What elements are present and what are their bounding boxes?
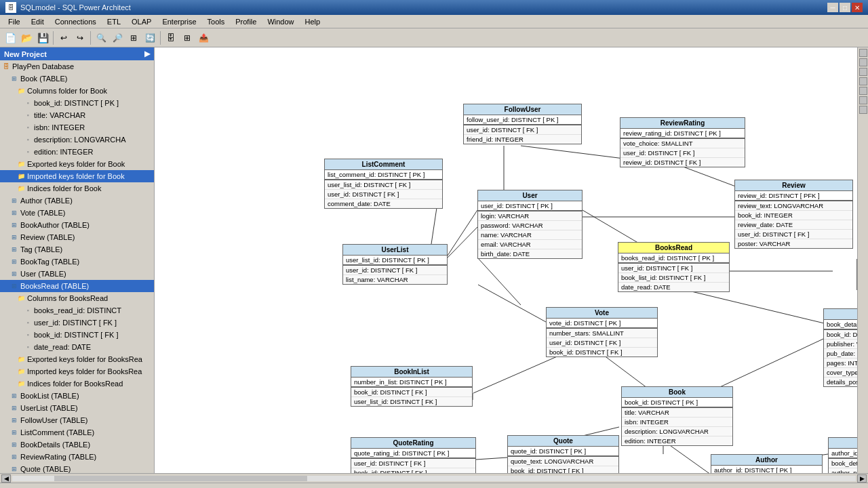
minimize-button[interactable]: ─	[827, 3, 838, 12]
new-button[interactable]: 📄	[3, 30, 18, 45]
sidebar-item-listcomment[interactable]: ⊞ListComment (TABLE)	[0, 426, 154, 439]
panel-btn-7[interactable]	[859, 106, 867, 114]
sidebar-item-book-isbn[interactable]: ▪isbn: INTEGER	[0, 121, 154, 134]
panel-btn-2[interactable]	[859, 58, 867, 66]
sidebar-item-br-booksread[interactable]: ▪books_read_id: DISTINCT	[0, 304, 154, 317]
sidebar-item-booklist[interactable]: ⊞BookList (TABLE)	[0, 390, 154, 402]
table-book[interactable]: Bookbook_id: DISTINCT [ PK ]title: VARCH…	[621, 386, 733, 446]
sidebar-item-booksread-cols[interactable]: 📁Columns for BooksRead	[0, 292, 154, 304]
sidebar-item-import-br[interactable]: 📁Imported keys folder for BooksRea	[0, 365, 154, 378]
table-row: user_id: DISTINCT [ FK ]	[547, 338, 657, 348]
sidebar-item-tag[interactable]: ⊞Tag (TABLE)	[0, 243, 154, 256]
table-author[interactable]: Authorauthor_id: DISTINCT [ PK ]last_nam…	[711, 454, 823, 473]
hscroll-track[interactable]	[12, 476, 856, 481]
table-bookinlist[interactable]: BookInListnumber_in_list: DISTINCT [ PK …	[351, 366, 473, 407]
menu-profile[interactable]: Profile	[230, 16, 262, 27]
tree-label-review: Review (TABLE)	[20, 233, 75, 241]
tree-icon-bookdetails: ⊞	[9, 440, 19, 449]
export-button[interactable]: 📤	[196, 30, 211, 45]
table-quoterating[interactable]: QuoteRatingquote_rating_id: DISTINCT [ P…	[351, 437, 476, 473]
hscroll-right[interactable]: ▶	[857, 474, 867, 483]
sidebar-item-followuser[interactable]: ⊞FollowUser (TABLE)	[0, 414, 154, 426]
menu-edit[interactable]: Edit	[26, 16, 50, 27]
table-booktag[interactable]: BookTagbook_id: DISTINCT [ PFK ]tag_id: …	[856, 259, 857, 290]
table-button[interactable]: ⊞	[180, 30, 195, 45]
tree-label-quote: Quote (TABLE)	[20, 465, 71, 473]
sidebar-item-book-desc[interactable]: ▪description: LONGVARCHA	[0, 134, 154, 146]
table-reviewrating[interactable]: ReviewRatingreview_rating_id: DISTINCT […	[620, 117, 745, 167]
sidebar-item-book-title[interactable]: ▪title: VARCHAR	[0, 109, 154, 121]
table-row: number_stars: SMALLINT	[547, 329, 657, 338]
panel-btn-4[interactable]	[859, 77, 867, 85]
sidebar-item-book-edition[interactable]: ▪edition: INTEGER	[0, 146, 154, 158]
sidebar-item-br-dateread[interactable]: ▪date_read: DATE	[0, 341, 154, 353]
sidebar-item-br-bookid[interactable]: ▪book_id: DISTINCT [ FK ]	[0, 329, 154, 341]
panel-btn-3[interactable]	[859, 68, 867, 76]
sidebar-arrow: ▶	[144, 49, 150, 58]
sidebar-item-userlist[interactable]: ⊞UserList (TABLE)	[0, 402, 154, 414]
tree-label-export-book: Exported keys folder for Book	[27, 160, 125, 168]
refresh-button[interactable]: 🔄	[142, 30, 157, 45]
menu-file[interactable]: File	[3, 16, 26, 27]
hscroll-thumb[interactable]	[54, 476, 307, 481]
zoom-out-button[interactable]: 🔎	[110, 30, 125, 45]
menu-connections[interactable]: Connections	[50, 16, 102, 27]
sidebar-item-export-br[interactable]: 📁Exported keys folder for BooksRea	[0, 353, 154, 365]
table-listcomment[interactable]: ListCommentlist_comment_id: DISTINCT [ P…	[324, 159, 443, 209]
sidebar-item-reviewrating[interactable]: ⊞ReviewRating (TABLE)	[0, 451, 154, 463]
table-row: books_read_id: DISTINCT [ PK ]	[618, 253, 729, 262]
menu-etl[interactable]: ETL	[102, 16, 126, 27]
sidebar-item-review[interactable]: ⊞Review (TABLE)	[0, 231, 154, 243]
sidebar-item-book-id[interactable]: ▪book_id: DISTINCT [ PK ]	[0, 97, 154, 109]
panel-btn-1[interactable]	[859, 49, 867, 57]
sidebar-item-import-book[interactable]: 📁Imported keys folder for Book	[0, 170, 154, 182]
panel-btn-5[interactable]	[859, 87, 867, 95]
sidebar-item-export-book[interactable]: 📁Exported keys folder for Book	[0, 158, 154, 170]
redo-button[interactable]: ↪	[73, 30, 87, 45]
table-row: user_id: DISTINCT [ FK ]	[620, 148, 745, 158]
table-vote[interactable]: Votevote_id: DISTINCT [ PK ]number_stars…	[546, 307, 658, 357]
sidebar-item-indices-book[interactable]: 📁Indices folder for Book	[0, 182, 154, 195]
close-button[interactable]: ✕	[852, 3, 863, 12]
menu-enterprise[interactable]: Enterprise	[157, 16, 201, 27]
sidebar-item-book-cols[interactable]: 📁Columns folder for Book	[0, 85, 154, 97]
undo-button[interactable]: ↩	[56, 30, 71, 45]
table-user[interactable]: Useruser_id: DISTINCT [ PK ]login: VARCH…	[477, 190, 583, 259]
diagram-canvas[interactable]: FollowUserfollow_user_id: DISTINCT [ PK …	[155, 47, 857, 473]
db-button[interactable]: 🗄	[163, 30, 178, 45]
hscroll-left[interactable]: ◀	[1, 474, 11, 483]
table-row: email: VARCHAR	[478, 240, 582, 249]
panel-btn-6[interactable]	[859, 96, 867, 104]
table-bookauthor[interactable]: BookAuthorauthor_id: DISTINCT [ PFK ]boo…	[828, 437, 857, 473]
sidebar-item-vote[interactable]: ⊞Vote (TABLE)	[0, 207, 154, 219]
sidebar-item-indices-br[interactable]: 📁Indices folder for BooksRead	[0, 378, 154, 390]
sidebar-item-author[interactable]: ⊞Author (TABLE)	[0, 195, 154, 207]
fit-button[interactable]: ⊞	[126, 30, 141, 45]
table-quote[interactable]: Quotequote_id: DISTINCT [ PK ]quote_text…	[507, 435, 619, 473]
table-followuser[interactable]: FollowUserfollow_user_id: DISTINCT [ PK …	[463, 104, 582, 144]
menu-tools[interactable]: Tools	[202, 16, 231, 27]
sidebar-item-bookauthor[interactable]: ⊞BookAuthor (TABLE)	[0, 219, 154, 231]
save-button[interactable]: 💾	[35, 30, 50, 45]
sidebar-item-playpen[interactable]: 🗄PlayPen Database	[0, 60, 154, 73]
menu-window[interactable]: Window	[262, 16, 299, 27]
maximize-button[interactable]: □	[840, 3, 850, 12]
sidebar-item-bookdetails[interactable]: ⊞BookDetails (TABLE)	[0, 439, 154, 451]
menu-help[interactable]: Help	[300, 16, 326, 27]
sidebar-item-booktag[interactable]: ⊞BookTag (TABLE)	[0, 256, 154, 268]
tree-label-listcomment: ListComment (TABLE)	[20, 428, 94, 436]
menu-olap[interactable]: OLAP	[126, 16, 157, 27]
open-button[interactable]: 📂	[19, 30, 34, 45]
table-userlist[interactable]: UserListuser_list_id: DISTINCT [ PK ]use…	[342, 244, 448, 285]
sidebar-item-booksread[interactable]: ⊞BooksRead (TABLE)	[0, 280, 154, 292]
zoom-in-button[interactable]: 🔍	[94, 30, 108, 45]
sidebar-item-br-userid[interactable]: ▪user_id: DISTINCT [ FK ]	[0, 317, 154, 329]
table-booksread[interactable]: BooksReadbooks_read_id: DISTINCT [ PK ]u…	[618, 242, 730, 292]
sidebar-item-quote[interactable]: ⊞Quote (TABLE)	[0, 463, 154, 473]
sidebar-item-user[interactable]: ⊞User (TABLE)	[0, 268, 154, 280]
horizontal-scrollbar[interactable]: ◀ ▶	[0, 473, 868, 483]
sidebar-item-book[interactable]: ⊞Book (TABLE)	[0, 73, 154, 85]
table-review[interactable]: Reviewreview_id: DISTINCT [ PFK ]review_…	[734, 180, 853, 249]
table-bookdetails[interactable]: BookDetailsbook_details_id: DISTINCT [ P…	[823, 308, 857, 387]
tree-label-bookdetails: BookDetails (TABLE)	[20, 441, 90, 449]
